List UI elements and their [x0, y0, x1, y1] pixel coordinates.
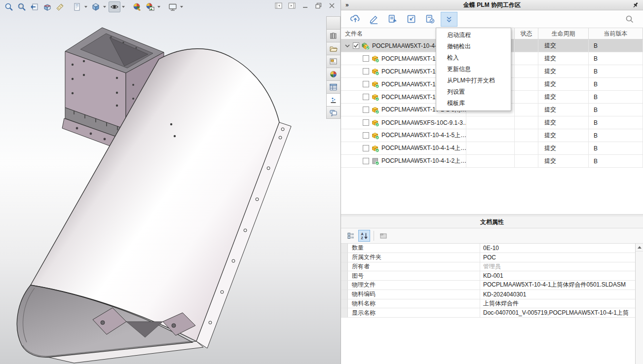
menu-item-checkin[interactable]: 检入 [436, 52, 511, 64]
pin-icon[interactable] [632, 1, 639, 10]
check-in-icon[interactable] [403, 12, 420, 27]
doc-properties-title: 文档属性 [341, 217, 643, 228]
row-checkbox[interactable] [363, 81, 369, 87]
more-actions-icon[interactable] [441, 12, 457, 27]
pane-left-icon[interactable] [274, 2, 283, 10]
part-icon [371, 93, 379, 101]
menu-item-update-info[interactable]: 更新信息 [436, 64, 511, 75]
table-row[interactable]: POCPLMAAW5XT-10-4-1-4上… 提交 B [341, 142, 643, 155]
close-icon[interactable] [328, 2, 337, 10]
actions-dropdown-menu: 启动流程 撤销检出 检入 更新信息 从PLM中打开文档 列设置 模板库 [436, 28, 511, 111]
upload-icon[interactable] [347, 12, 364, 27]
column-header-lifecycle[interactable]: 生命周期 [538, 28, 589, 39]
edit-appearance-icon[interactable] [131, 1, 143, 12]
table-empty-area [341, 168, 643, 214]
section-view-icon[interactable] [41, 1, 53, 12]
vertical-scrollbar[interactable] [635, 244, 643, 364]
row-checkbox[interactable] [363, 107, 369, 113]
property-row[interactable]: 图号KD-001 [341, 271, 643, 281]
display-style-icon[interactable] [90, 1, 102, 12]
minimize-icon[interactable] [301, 2, 310, 10]
sort-alphabetical-icon[interactable]: AZ [358, 230, 370, 242]
chevron-down-icon[interactable] [122, 6, 125, 8]
file-name: POCPLMAAW5XT-10-4- [372, 42, 437, 49]
hide-show-items-icon[interactable] [109, 1, 120, 12]
menu-item-open-from-plm[interactable]: 从PLM中打开文档 [436, 75, 511, 86]
svg-text:Z: Z [361, 236, 364, 240]
search-icon[interactable] [623, 13, 636, 26]
tab-plm-workspace[interactable] [326, 93, 340, 106]
apply-scene-icon[interactable] [144, 1, 156, 12]
row-checkbox[interactable] [363, 94, 369, 100]
tab-view-palette[interactable] [326, 55, 340, 68]
property-row[interactable]: 物料名称上筒体焊合件 [341, 299, 643, 309]
part-icon [371, 67, 379, 75]
tab-design-library[interactable] [326, 29, 340, 42]
file-name: POCPLMAAW5XT-10 [381, 94, 439, 101]
categorized-icon[interactable] [345, 230, 357, 242]
zoom-to-area-icon[interactable] [16, 1, 28, 12]
annotation-visibility-icon[interactable] [71, 1, 83, 12]
tab-appearances[interactable] [326, 68, 340, 80]
assembly-icon [361, 41, 370, 50]
previous-view-icon[interactable] [29, 1, 40, 12]
restore-icon[interactable] [314, 2, 323, 10]
property-row[interactable]: 所有者管理员 [341, 262, 643, 272]
row-checkbox[interactable] [363, 55, 369, 62]
row-checkbox[interactable] [363, 119, 369, 126]
menu-item-template-library[interactable]: 模板库 [436, 98, 511, 109]
table-row[interactable]: POCPLMAAW5XT-10-4-1-5上… 提交 B [341, 129, 643, 142]
version-cell: B [589, 39, 643, 52]
chevron-down-icon[interactable] [180, 6, 183, 8]
plm-panel: » 金蝶 PLM 协同工作区 文件名 状态 生命周期 当前版本 [340, 0, 643, 364]
edit-icon[interactable] [366, 12, 382, 27]
chevron-down-icon[interactable] [157, 6, 160, 8]
row-checkbox[interactable] [363, 132, 369, 139]
part-icon [371, 131, 379, 140]
edit-document-icon[interactable] [384, 12, 401, 27]
table-row[interactable]: POCPLMAAW5XFS-10C-9.1-3… 提交 B [341, 116, 643, 129]
tab-forum[interactable] [326, 106, 340, 119]
pane-right-icon[interactable] [288, 2, 297, 10]
collapse-panel-icon[interactable]: » [345, 1, 349, 8]
menu-item-start-process[interactable]: 启动流程 [436, 30, 511, 41]
measure-icon[interactable] [54, 1, 66, 12]
property-row[interactable]: 数量0E-10 [341, 244, 643, 253]
part-icon [371, 118, 379, 127]
table-row[interactable]: POCPLMAAW5XT-10-4-1-2上… 提交 B [341, 155, 643, 168]
file-name: POCPLMAAW5XT-10 [381, 68, 439, 75]
cad-viewport[interactable] [0, 0, 340, 364]
property-row[interactable]: 物料编码KD-2024040301 [341, 290, 643, 299]
file-name: POCPLMAAW5XFS-10C-9.1-3… [381, 119, 466, 126]
task-pane-tabstrip [326, 16, 340, 119]
property-row[interactable]: 所属文件夹POC [341, 253, 643, 262]
column-header-version[interactable]: 当前版本 [589, 28, 643, 39]
file-name: POCPLMAAW5XT-10 [381, 81, 439, 88]
tab-file-explorer[interactable] [326, 42, 340, 55]
document-check-icon[interactable] [422, 12, 439, 27]
property-pages-icon[interactable] [378, 230, 389, 242]
part-icon [371, 80, 379, 88]
properties-grid: 数量0E-10 所属文件夹POC 所有者管理员 图号KD-001 物理文件POC… [341, 244, 643, 364]
column-header-status[interactable]: 状态 [515, 28, 538, 39]
tab-solidworks-resources[interactable] [326, 16, 340, 29]
expand-chevron-icon[interactable] [344, 44, 351, 48]
property-row[interactable]: 物理文件POCPLMAAW5XT-10-4-1上筒体焊合件0501.SLDASM [341, 281, 643, 290]
row-checkbox[interactable] [353, 42, 359, 49]
row-checkbox[interactable] [363, 145, 369, 151]
heads-up-toolbar [3, 1, 185, 12]
part-icon [371, 106, 379, 114]
tab-custom-properties[interactable] [326, 80, 340, 93]
row-checkbox[interactable] [363, 68, 369, 74]
property-row[interactable]: 显示名称Doc-0407001_V-005719,POCPLMAAW5XT-10… [341, 308, 643, 318]
menu-item-column-settings[interactable]: 列设置 [436, 86, 511, 98]
file-name: POCPLMAAW5XT-10-4-1-5上… [381, 131, 466, 140]
zoom-to-fit-icon[interactable] [3, 1, 15, 12]
menu-item-undo-checkout[interactable]: 撤销检出 [436, 41, 511, 52]
chevron-down-icon[interactable] [103, 6, 106, 8]
row-checkbox[interactable] [363, 158, 369, 164]
scroll-up-icon[interactable] [636, 244, 643, 252]
gray-part-icon [371, 157, 379, 165]
chevron-down-icon[interactable] [84, 6, 87, 8]
view-settings-icon[interactable] [167, 1, 179, 12]
